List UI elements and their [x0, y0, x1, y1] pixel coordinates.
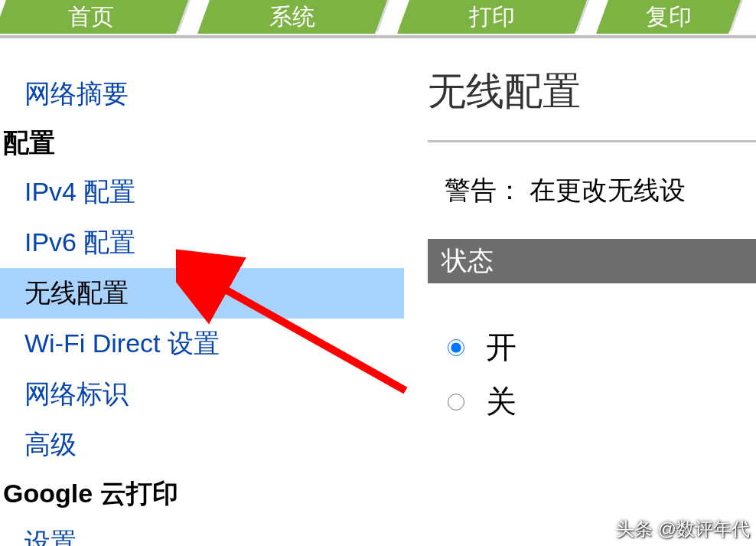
tab-print[interactable]: 打印 — [403, 0, 581, 34]
tab-copy-label: 复印 — [641, 2, 696, 33]
sidebar-heading-config: 配置 — [0, 119, 404, 167]
tab-system-label: 系统 — [265, 2, 320, 33]
main-panel: 无线配置 警告： 在更改无线设 状态 开 关 — [404, 38, 756, 546]
status-section-header: 状态 — [428, 239, 756, 283]
sidebar-ipv6-config[interactable]: IPv6 配置 — [0, 217, 404, 268]
watermark: 头条 @数评年代 — [616, 517, 750, 541]
sidebar-network-id[interactable]: 网络标识 — [0, 369, 404, 420]
status-radio-group: 开 关 — [428, 283, 756, 429]
tab-copy[interactable]: 复印 — [602, 0, 735, 34]
radio-off-label: 关 — [486, 381, 516, 423]
radio-off-input[interactable] — [448, 394, 464, 410]
tab-home-label: 首页 — [64, 2, 119, 33]
sidebar-settings[interactable]: 设置 — [0, 518, 404, 546]
radio-on[interactable]: 开 — [448, 320, 756, 374]
tab-home[interactable]: 首页 — [0, 0, 182, 34]
sidebar-network-summary[interactable]: 网络摘要 — [0, 69, 404, 119]
sidebar-wifi-direct[interactable]: Wi-Fi Direct 设置 — [0, 319, 404, 369]
sidebar: 网络摘要 配置 IPv4 配置 IPv6 配置 无线配置 Wi-Fi Direc… — [0, 38, 404, 546]
radio-on-label: 开 — [486, 326, 516, 368]
radio-off[interactable]: 关 — [448, 374, 756, 429]
sidebar-advanced[interactable]: 高级 — [0, 420, 404, 470]
sidebar-ipv4-config[interactable]: IPv4 配置 — [0, 167, 404, 217]
sidebar-heading-google: Google 云打印 — [0, 470, 404, 518]
page-title: 无线配置 — [428, 38, 756, 140]
sidebar-wireless-config[interactable]: 无线配置 — [0, 268, 404, 319]
tab-bar: 首页 系统 打印 复印 — [0, 0, 756, 34]
tab-print-label: 打印 — [464, 2, 520, 33]
warning-text: 警告： 在更改无线设 — [428, 142, 756, 239]
tab-system[interactable]: 系统 — [204, 0, 381, 34]
radio-on-input[interactable] — [448, 339, 464, 356]
content-area: 网络摘要 配置 IPv4 配置 IPv6 配置 无线配置 Wi-Fi Direc… — [0, 38, 756, 546]
